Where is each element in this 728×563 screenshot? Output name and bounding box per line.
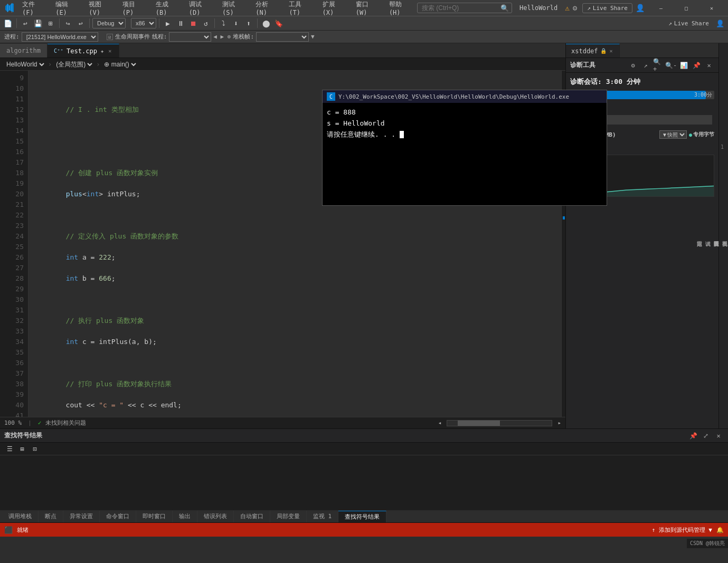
console-title-text: Y:\002_WorkSpace\002_VS\HelloWorld\Hello… xyxy=(338,93,569,100)
thread-dropdown[interactable] xyxy=(169,32,211,42)
scope-selector[interactable]: (全局范围) xyxy=(54,60,94,69)
search-input[interactable] xyxy=(417,3,512,13)
horizontal-scrollbar[interactable] xyxy=(447,420,552,426)
toolbar-live-share-button[interactable]: ↗ Live Share xyxy=(664,19,713,28)
bookmark-button[interactable]: 🔖 xyxy=(273,17,285,29)
search-box-wrapper: 🔍 xyxy=(417,3,512,13)
menu-test[interactable]: 测试(S) xyxy=(218,0,250,17)
status-bell-icon[interactable]: 🔔 xyxy=(716,527,724,533)
close-button[interactable]: ✕ xyxy=(699,0,724,16)
bottom-add-icon[interactable]: ⊞ xyxy=(17,444,27,454)
xstddef-close-button[interactable]: ✕ xyxy=(609,44,614,59)
lifecycle-checkbox[interactable]: ☑ xyxy=(107,34,113,40)
lifecycle-label: 生命周期事件 xyxy=(115,33,150,41)
tab-auto-window[interactable]: 自动窗口 xyxy=(234,511,270,522)
tab-error-list[interactable]: 错误列表 xyxy=(197,511,234,522)
menu-analyze[interactable]: 分析(N) xyxy=(251,0,283,17)
step-into-button[interactable]: ⬇ xyxy=(230,17,242,29)
tab-call-stack[interactable]: 调用堆栈 xyxy=(2,511,39,522)
undo-button[interactable]: ↩ xyxy=(20,17,31,29)
menu-window[interactable]: 窗口(W) xyxy=(352,0,384,17)
diag-pin-icon[interactable]: 📌 xyxy=(691,60,702,71)
mini-team-explorer[interactable]: 团队资源管理器 xyxy=(712,233,720,241)
mini-class-view[interactable]: 类视图 xyxy=(721,233,728,241)
tab-algorithm[interactable]: algorithm xyxy=(0,44,48,58)
debug-config-dropdown[interactable]: Debug xyxy=(92,18,126,28)
title-bar: 文件(F) 编辑(E) 视图(V) 项目(P) 生成(B) 调试(D) 测试(S… xyxy=(0,0,728,16)
diag-chart-icon[interactable]: 📊 xyxy=(678,60,689,71)
tab-output[interactable]: 输出 xyxy=(173,511,197,522)
status-ready-icon: ⬛ xyxy=(4,526,13,534)
thread-nav-icons: ◀ ▶ ⊗ xyxy=(213,33,231,40)
continue-button[interactable]: ▶ xyxy=(162,17,174,29)
toolbar-sep-6 xyxy=(257,18,258,28)
platform-dropdown[interactable]: x86 xyxy=(131,18,156,28)
bottom-panel-title: 查找符号结果 xyxy=(4,431,686,440)
tab-exception-settings[interactable]: 异常设置 xyxy=(63,511,100,522)
bottom-panel-close-icon[interactable]: ✕ xyxy=(713,431,724,441)
menu-help[interactable]: 帮助(H) xyxy=(385,0,417,17)
mini-debug[interactable]: 调试 xyxy=(704,233,711,241)
menu-extensions[interactable]: 扩展(X) xyxy=(318,0,351,17)
diag-close-icon[interactable]: ✕ xyxy=(704,60,714,71)
memory-snapshot-dropdown[interactable]: ▼快照 xyxy=(659,130,687,139)
menu-edit[interactable]: 编辑(E) xyxy=(51,0,83,17)
stop-button[interactable]: ⏹ xyxy=(187,17,199,29)
scroll-left-icon[interactable]: ◂ xyxy=(438,419,442,426)
mini-fixed[interactable]: 固定范 xyxy=(695,233,703,241)
diag-settings-icon[interactable]: ⚙ xyxy=(628,60,638,71)
menu-build[interactable]: 生成(B) xyxy=(152,0,184,17)
diag-export-icon[interactable]: ↗ xyxy=(640,60,651,71)
tab-close-button[interactable]: ✕ xyxy=(107,47,112,54)
suspend-button[interactable]: ⏸ xyxy=(175,17,186,29)
redo-button[interactable]: ↩ xyxy=(75,17,87,29)
account-icon[interactable]: 👤 xyxy=(636,4,645,12)
line-numbers: 9 10 11 12 13 14 15 16 17 18 19 20 21 22… xyxy=(7,71,29,417)
tab-breakpoints[interactable]: 断点 xyxy=(39,511,63,522)
diag-zoom-in-icon[interactable]: 🔍+ xyxy=(653,60,664,71)
tab-watch1[interactable]: 监视 1 xyxy=(307,511,338,522)
tab-command-window[interactable]: 命令窗口 xyxy=(100,511,136,522)
xstddef-tab-label: xstddef xyxy=(571,44,598,58)
memory-byte-option: ● 专用字节 xyxy=(689,131,714,138)
save-all-button[interactable]: ⊞ xyxy=(45,17,56,29)
tab-xstddef[interactable]: xstddef 🔒 ✕ xyxy=(566,44,620,58)
restore-button[interactable]: □ xyxy=(674,0,698,16)
scroll-right-icon[interactable]: ▸ xyxy=(557,419,561,426)
step-out-button[interactable]: ⬆ xyxy=(243,17,254,29)
process-dropdown[interactable]: [21512] HelloWorld.exe xyxy=(22,32,98,42)
new-file-button[interactable]: 📄 xyxy=(2,17,14,29)
menu-tools[interactable]: 工具(T) xyxy=(285,0,317,17)
tab-locals[interactable]: 局部变量 xyxy=(270,511,307,522)
undo2-button[interactable]: ↪ xyxy=(62,17,74,29)
glyph-margin xyxy=(0,71,7,417)
live-share-button[interactable]: ↗ Live Share xyxy=(582,3,632,13)
bottom-panel-maximize-icon[interactable]: ⤢ xyxy=(701,431,711,441)
title-bar-right-area: 🔍 HelloWorld ⚠ ⚙ ↗ Live Share 👤 xyxy=(417,3,645,13)
status-add-source[interactable]: ↑ 添加到源代码管理 ▼ xyxy=(652,526,713,534)
breadcrumb-sep2: › xyxy=(96,61,100,68)
menu-debug[interactable]: 调试(D) xyxy=(185,0,217,17)
tab-find-symbol-results[interactable]: 查找符号结果 xyxy=(338,511,386,522)
bottom-panel-pin-icon[interactable]: 📌 xyxy=(688,431,698,441)
breakpoint-button[interactable]: ⬤ xyxy=(260,17,272,29)
diag-zoom-out-icon[interactable]: 🔍- xyxy=(666,60,676,71)
console-title-bar: C Y:\002_WorkSpace\002_VS\HelloWorld\Hel… xyxy=(323,90,607,103)
save-button[interactable]: 💾 xyxy=(32,17,44,29)
bottom-list-icon[interactable]: ☰ xyxy=(4,444,15,454)
tab-immediate-window[interactable]: 即时窗口 xyxy=(136,511,173,522)
stack-dropdown[interactable] xyxy=(256,32,309,42)
code-line-23: // 打印 plus 函数对象执行结果 xyxy=(33,379,557,389)
menu-view[interactable]: 视图(V) xyxy=(84,0,117,17)
bottom-filter-icon[interactable]: ⊡ xyxy=(30,444,40,454)
function-selector[interactable]: ⊕ main() xyxy=(102,60,138,69)
live-share-arrow-icon: ↗ xyxy=(668,20,672,27)
file-selector[interactable]: HelloWorld xyxy=(4,60,46,69)
menu-project[interactable]: 项目(P) xyxy=(118,0,150,17)
step-over-button[interactable]: ⤵ xyxy=(218,17,229,29)
tab-testcpp[interactable]: C⁺⁺ Test.cpp ✦ ✕ xyxy=(48,44,119,58)
minimize-button[interactable]: — xyxy=(649,0,673,16)
restart-button[interactable]: ↺ xyxy=(200,17,212,29)
toolbar-account-icon[interactable]: 👤 xyxy=(714,17,726,29)
menu-file[interactable]: 文件(F) xyxy=(18,0,50,17)
